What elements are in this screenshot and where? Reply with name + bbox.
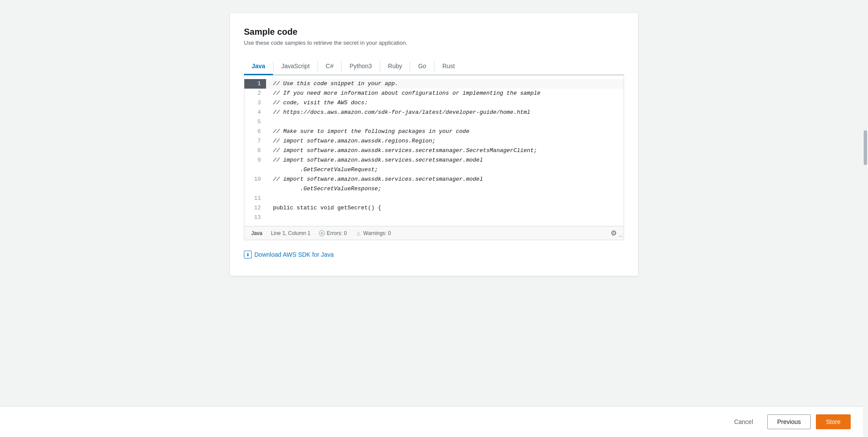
status-position: Line 1, Column 1 [271, 230, 310, 236]
cancel-button[interactable]: Cancel [725, 414, 762, 429]
footer-bar: Cancel Previous Store [0, 406, 868, 437]
line-num-6: 6 [244, 127, 266, 136]
status-language: Java [251, 230, 262, 236]
tab-csharp[interactable]: C# [318, 58, 342, 75]
page-wrapper: Sample code Use these code samples to re… [0, 0, 868, 437]
status-bar: Java Line 1, Column 1 ⊗ Errors: 0 △ Warn… [244, 226, 624, 240]
card-title: Sample code [244, 27, 624, 37]
code-editor-wrapper: 1 2 3 4 5 6 7 8 9 10 11 12 13 [244, 75, 624, 240]
line-num-3: 3 [244, 98, 266, 108]
line-num-10b [244, 184, 266, 194]
tab-ruby[interactable]: Ruby [380, 58, 410, 75]
line-num-9: 9 [244, 156, 266, 165]
line-num-11: 11 [244, 194, 266, 203]
code-line-12: public static void getSecret() { [266, 203, 624, 213]
tab-javascript[interactable]: JavaScript [273, 58, 317, 75]
line-numbers: 1 2 3 4 5 6 7 8 9 10 11 12 13 [244, 76, 266, 226]
code-area[interactable]: 1 2 3 4 5 6 7 8 9 10 11 12 13 [244, 76, 624, 226]
code-line-1: // Use this code snippet in your app. [266, 79, 624, 89]
main-card: Sample code Use these code samples to re… [230, 13, 638, 276]
tab-python3[interactable]: Python3 [342, 58, 379, 75]
code-line-9b: .GetSecretValueRequest; [266, 165, 624, 175]
code-line-9a: // import software.amazon.awssdk.service… [266, 156, 624, 165]
tab-rust[interactable]: Rust [434, 58, 463, 75]
line-num-7: 7 [244, 136, 266, 146]
code-line-2: // If you need more information about co… [266, 89, 624, 98]
download-icon: ⬇ [244, 251, 252, 258]
settings-gear-icon[interactable]: ⚙ [611, 229, 617, 237]
line-num-2: 2 [244, 89, 266, 98]
code-line-13 [266, 213, 624, 222]
download-link[interactable]: ⬇ Download AWS SDK for Java [244, 251, 334, 258]
code-lines[interactable]: // Use this code snippet in your app. //… [266, 76, 624, 226]
code-line-10b: .GetSecretValueResponse; [266, 184, 624, 194]
code-line-5 [266, 117, 624, 127]
store-button[interactable]: Store [816, 414, 851, 429]
previous-button[interactable]: Previous [767, 414, 811, 429]
scrollbar-thumb[interactable] [864, 130, 867, 165]
line-num-4: 4 [244, 108, 266, 117]
line-num-9b [244, 165, 266, 175]
code-line-10a: // import software.amazon.awssdk.service… [266, 175, 624, 184]
scrollbar-track[interactable] [863, 0, 868, 437]
error-icon: ⊗ [319, 230, 325, 236]
code-line-11 [266, 194, 624, 203]
code-line-6: // Make sure to import the following pac… [266, 127, 624, 136]
tab-java[interactable]: Java [244, 58, 273, 75]
status-warnings: △ Warnings: 0 [355, 230, 391, 236]
tab-go[interactable]: Go [410, 58, 434, 75]
card-subtitle: Use these code samples to retrieve the s… [244, 40, 624, 46]
code-area-container: 1 2 3 4 5 6 7 8 9 10 11 12 13 [244, 76, 624, 240]
line-num-8: 8 [244, 146, 266, 156]
code-line-3: // code, visit the AWS docs: [266, 98, 624, 108]
code-line-4: // https://docs.aws.amazon.com/sdk-for-j… [266, 108, 624, 117]
line-num-10: 10 [244, 175, 266, 184]
download-link-text: Download AWS SDK for Java [254, 251, 334, 258]
line-num-1: 1 [244, 79, 266, 89]
line-num-13: 13 [244, 213, 266, 222]
code-line-8: // import software.amazon.awssdk.service… [266, 146, 624, 156]
tabs-bar: Java JavaScript C# Python3 Ruby Go Rust [244, 58, 624, 75]
line-num-12: 12 [244, 203, 266, 213]
status-errors: ⊗ Errors: 0 [319, 230, 347, 236]
line-num-5: 5 [244, 117, 266, 127]
code-line-7: // import software.amazon.awssdk.regions… [266, 136, 624, 146]
warning-icon: △ [355, 230, 362, 236]
